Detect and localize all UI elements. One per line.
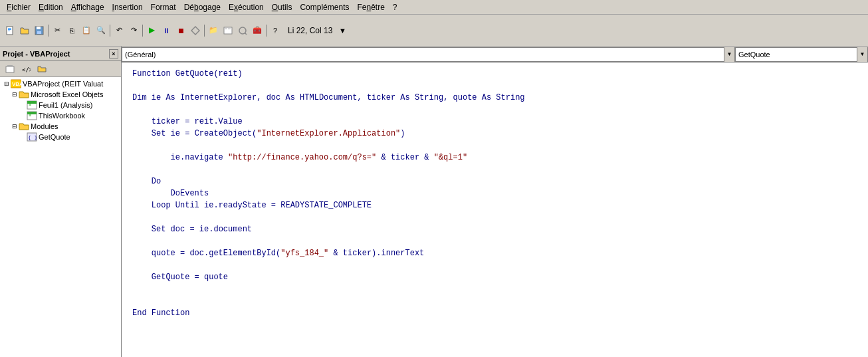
open-btn[interactable] bbox=[17, 23, 32, 38]
proc-dropdown-value: GetQuote bbox=[738, 51, 770, 59]
svg-rect-6 bbox=[37, 31, 41, 34]
tree-item-thisworkbook[interactable]: ≡ ThisWorkbook bbox=[0, 110, 121, 121]
menu-outils[interactable]: Outils bbox=[268, 1, 296, 13]
proc-dropdown[interactable]: GetQuote ▼ bbox=[735, 47, 868, 62]
cursor-status: Li 22, Col 13 bbox=[288, 26, 332, 35]
view-object-btn[interactable] bbox=[3, 62, 17, 76]
toggle-folders-btn[interactable] bbox=[35, 62, 49, 76]
svg-text:≡: ≡ bbox=[29, 113, 31, 118]
tree-label-excel-objects: Microsoft Excel Objets bbox=[31, 90, 103, 98]
design-btn[interactable] bbox=[188, 23, 203, 38]
project-toolbar: </> bbox=[0, 61, 121, 77]
tree-item-feuil1[interactable]: ≡ Feuil1 (Analysis) bbox=[0, 100, 121, 110]
paste-btn[interactable]: 📋 bbox=[79, 23, 94, 38]
svg-text:VBA: VBA bbox=[12, 81, 21, 87]
tree-label-getquote: GetQuote bbox=[39, 133, 70, 141]
getquote-icon: { } bbox=[27, 132, 37, 142]
run-btn[interactable]: ▶ bbox=[144, 23, 159, 38]
expand-getquote-icon bbox=[19, 133, 27, 141]
undo-btn[interactable]: ↶ bbox=[112, 23, 126, 38]
save-btn[interactable] bbox=[32, 23, 47, 38]
svg-text:</>: </> bbox=[22, 66, 31, 73]
break-btn[interactable]: ⏸ bbox=[159, 23, 173, 38]
excel-objects-icon bbox=[19, 90, 29, 99]
svg-marker-7 bbox=[191, 27, 199, 35]
scope-dropdown-arrow[interactable]: ▼ bbox=[724, 47, 734, 62]
menu-bar: Fichier Edition Affichage Insertion Form… bbox=[0, 0, 868, 15]
find-btn[interactable]: 🔍 bbox=[94, 23, 108, 38]
scope-dropdown-value: (Général) bbox=[125, 51, 156, 59]
sep1 bbox=[48, 25, 49, 37]
menu-help[interactable]: ? bbox=[389, 1, 401, 13]
project-panel: Projet - VBAProject × </> ⊟ VBA bbox=[0, 47, 122, 357]
tree-label-thisworkbook: ThisWorkbook bbox=[39, 112, 85, 120]
tree-item-excel-objects[interactable]: ⊟ Microsoft Excel Objets bbox=[0, 89, 121, 100]
sep4 bbox=[204, 25, 205, 37]
expand-excel-objects-icon[interactable]: ⊟ bbox=[11, 90, 19, 98]
proc-dropdown-arrow[interactable]: ▼ bbox=[857, 47, 867, 62]
svg-rect-2 bbox=[8, 29, 11, 30]
toolbox-btn[interactable]: 🧰 bbox=[250, 23, 265, 38]
view-code-btn[interactable]: </> bbox=[19, 62, 33, 76]
project-title-bar: Projet - VBAProject × bbox=[0, 47, 121, 61]
expand-btn[interactable]: ▼ bbox=[335, 23, 350, 38]
thisworkbook-icon: ≡ bbox=[27, 111, 37, 120]
tree-item-vbaproject[interactable]: ⊟ VBA VBAProject (REIT Valuat bbox=[0, 78, 121, 89]
code-header: (Général) ▼ GetQuote ▼ bbox=[122, 47, 868, 62]
svg-rect-10 bbox=[228, 29, 231, 29]
svg-rect-1 bbox=[8, 28, 11, 29]
new-btn[interactable] bbox=[3, 23, 17, 38]
svg-rect-8 bbox=[224, 27, 232, 34]
menu-insertion[interactable]: Insertion bbox=[108, 1, 147, 13]
modules-icon bbox=[19, 122, 29, 131]
menu-edition[interactable]: Edition bbox=[35, 1, 67, 13]
properties-btn[interactable] bbox=[221, 23, 235, 38]
sep2 bbox=[110, 25, 110, 37]
redo-btn[interactable]: ↷ bbox=[126, 23, 141, 38]
copy-btn[interactable]: ⎘ bbox=[64, 23, 79, 38]
tree-label-vbaproject: VBAProject (REIT Valuat bbox=[23, 80, 103, 88]
tree-label-feuil1: Feuil1 (Analysis) bbox=[39, 101, 92, 109]
sep3 bbox=[142, 25, 143, 37]
expand-modules-icon[interactable]: ⊟ bbox=[11, 122, 19, 130]
tree-item-getquote[interactable]: { } GetQuote bbox=[0, 132, 121, 142]
svg-text:≡: ≡ bbox=[29, 102, 31, 107]
svg-rect-14 bbox=[7, 65, 13, 66]
cut-btn[interactable]: ✂ bbox=[50, 23, 64, 38]
scope-dropdown[interactable]: (Général) ▼ bbox=[122, 47, 735, 62]
tree-item-modules[interactable]: ⊟ Modules bbox=[0, 121, 121, 132]
project-tree: ⊟ VBA VBAProject (REIT Valuat ⊟ Micro bbox=[0, 77, 121, 357]
feuil1-icon: ≡ bbox=[27, 100, 37, 110]
menu-complements[interactable]: Compléments bbox=[296, 1, 353, 13]
menu-fenetre[interactable]: Fenêtre bbox=[353, 1, 388, 13]
code-editor: (Général) ▼ GetQuote ▼ Function GetQuote… bbox=[122, 47, 868, 357]
project-explorer-btn[interactable]: 📁 bbox=[206, 23, 221, 38]
menu-execution[interactable]: Exécution bbox=[225, 1, 268, 13]
main-layout: Projet - VBAProject × </> ⊟ VBA bbox=[0, 47, 868, 357]
menu-affichage[interactable]: Affichage bbox=[67, 1, 108, 13]
svg-rect-13 bbox=[6, 66, 14, 72]
code-content[interactable]: Function GetQuote(reit) Dim ie As Intern… bbox=[122, 62, 868, 357]
tree-label-modules: Modules bbox=[31, 122, 58, 130]
menu-fichier[interactable]: Fichier bbox=[3, 1, 35, 13]
expand-vbaproject-icon[interactable]: ⊟ bbox=[3, 80, 11, 88]
svg-text:{ }: { } bbox=[28, 134, 37, 140]
object-browser-btn[interactable] bbox=[235, 23, 250, 38]
svg-line-12 bbox=[245, 33, 247, 35]
toolbar: ✂ ⎘ 📋 🔍 ↶ ↷ ▶ ⏸ ⏹ 📁 🧰 ? Li 22, Col 13 ▼ bbox=[0, 15, 868, 47]
menu-debogage[interactable]: Débogage bbox=[180, 1, 225, 13]
project-close-btn[interactable]: × bbox=[109, 49, 118, 59]
help-btn[interactable]: ? bbox=[268, 23, 282, 38]
svg-rect-5 bbox=[37, 27, 41, 29]
sep5 bbox=[266, 25, 267, 37]
vbaproject-icon: VBA bbox=[11, 79, 21, 88]
project-title: Projet - VBAProject bbox=[3, 50, 70, 58]
svg-rect-9 bbox=[225, 29, 227, 29]
reset-btn[interactable]: ⏹ bbox=[173, 23, 188, 38]
menu-format[interactable]: Format bbox=[147, 1, 180, 13]
expand-thisworkbook-icon bbox=[19, 112, 27, 120]
svg-rect-3 bbox=[8, 31, 10, 31]
expand-feuil1-icon bbox=[19, 101, 27, 109]
